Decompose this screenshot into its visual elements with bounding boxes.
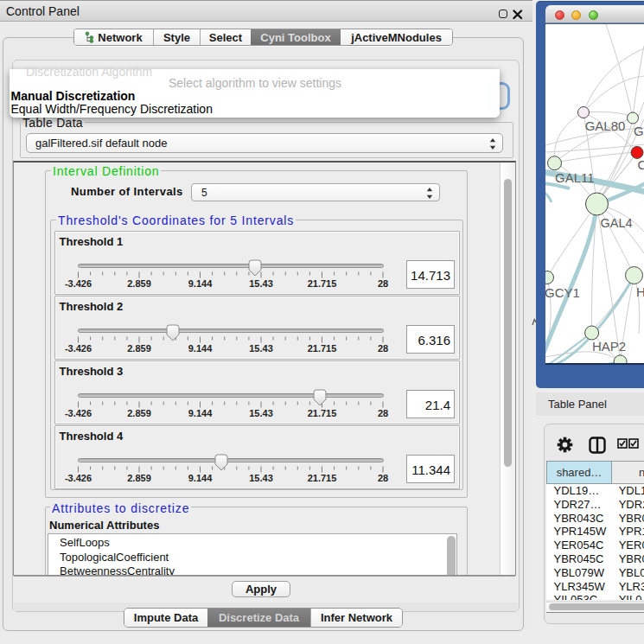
svg-text:GCY1: GCY1 (545, 285, 580, 300)
svg-text:H: H (636, 284, 644, 299)
svg-text:GA: GA (634, 124, 644, 138)
svg-text:HAP2: HAP2 (592, 339, 626, 354)
svg-text:C: C (638, 157, 644, 172)
svg-text:GAL11: GAL11 (555, 170, 595, 185)
svg-text:GAL4: GAL4 (600, 216, 632, 230)
svg-text:GAL80: GAL80 (585, 118, 626, 133)
